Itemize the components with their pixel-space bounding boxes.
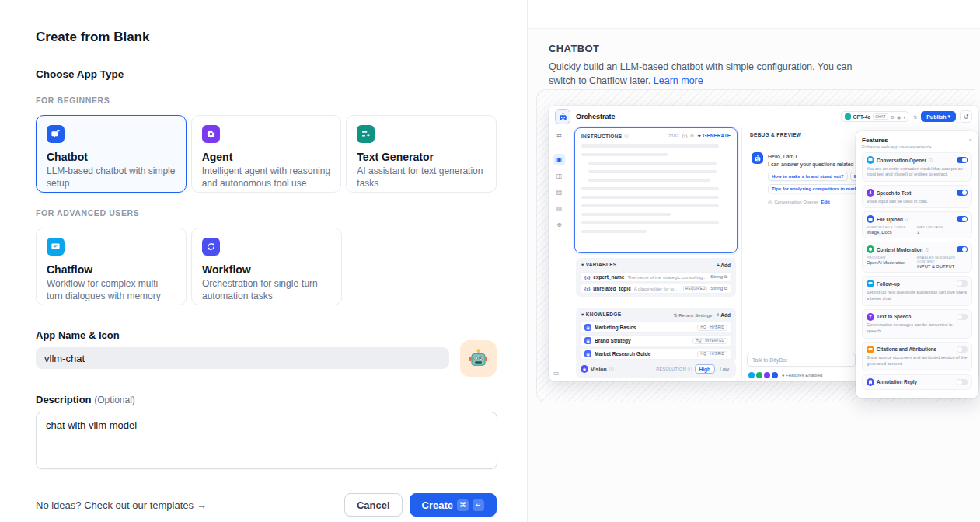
for-advanced-label: FOR ADVANCED USERS [36, 208, 497, 218]
mini-app-avatar-icon [555, 109, 570, 124]
variable-row: {x} unrelated_topic A placeholder for to… [580, 284, 732, 294]
feature-toggle [957, 157, 968, 163]
description-label-text: Description [36, 394, 92, 405]
skeleton-line [581, 153, 668, 156]
debug-chat-input: Talk to DifyBot [747, 353, 856, 367]
feature-toggle [957, 246, 968, 252]
feature-name: Speech to Text [877, 190, 911, 196]
skeleton-line [588, 162, 717, 165]
knowledge-add-button: + Add [717, 312, 731, 318]
feature-toggle [957, 190, 968, 196]
variable-type: String ⧉ [710, 274, 727, 280]
publish-chevron-icon: ▾ [947, 113, 950, 120]
feature-toggle [957, 280, 968, 287]
variable-braces-icon: {x} [682, 134, 687, 138]
opener-icon: ◎ [768, 199, 772, 204]
app-type-title: Workflow [202, 263, 331, 276]
knowledge-name: Brand Strategy [595, 338, 631, 343]
feature-card-follow-up: Follow-up Setting up next questions sugg… [862, 276, 972, 305]
variable-row: {x} expert_name The name of the strategi… [580, 272, 732, 282]
cancel-button[interactable]: Cancel [344, 493, 403, 517]
app-type-card-agent[interactable]: Agent Intelligent agent with reasoning a… [191, 115, 342, 193]
app-icon-picker[interactable] [460, 340, 497, 377]
mini-knowledge-section: ▾ KNOWLEDGE ⇅ Rerank Settings + Add ▣ Ma… [576, 308, 736, 363]
app-type-card-text-generator[interactable]: Text Generator AI assistant for text gen… [346, 115, 497, 193]
rerank-settings: ⇅ Rerank Settings [674, 312, 712, 318]
skeleton-line [581, 187, 719, 190]
knowledge-row: ▣ Brand Strategy HQ · INVERTED [580, 335, 732, 346]
features-enabled-row: 4 Features Enabled [748, 372, 822, 378]
rail-notes-icon: ▥ [553, 203, 565, 214]
mini-variables-section: ▾ VARIABLES + Add {x} expert_name The na… [576, 258, 736, 297]
learn-more-link[interactable]: Learn more [654, 75, 703, 86]
for-beginners-label: FOR BEGINNERS [36, 96, 497, 105]
enter-keycap-icon: ↵ [473, 499, 484, 511]
model-tag: CHAT [873, 113, 888, 120]
dialog-footer: No ideas? Check out our templates → Canc… [36, 493, 497, 517]
knowledge-label: ▾ KNOWLEDGE [581, 311, 621, 318]
feature-toggle [957, 216, 968, 222]
feature-name: Citations and Attributions [877, 346, 936, 352]
app-type-preview-pane: CHATBOT Quickly build an LLM-based chatb… [528, 0, 980, 522]
app-type-card-chatflow[interactable]: Chatflow Workflow for complex multi-turn… [36, 228, 187, 305]
mini-header-right: GPT-4o CHAT ⚙ ◉ ▾ ⇅ Publish ▾ ↺ [841, 110, 973, 123]
model-name: GPT-4o [853, 114, 871, 120]
publish-label: Publish [926, 114, 946, 120]
vision-icon: ◉ [581, 365, 588, 373]
app-type-card-chatbot[interactable]: Chatbot LLM-based chatbot with simple se… [36, 115, 187, 193]
chat-input-placeholder: Talk to DifyBot [752, 357, 787, 363]
chatbot-icon [47, 125, 65, 143]
feature-card-content-moderation: Content Moderation ⓘ PROVIDER OpenAI Mod… [862, 242, 972, 273]
rail-globe-icon: ⊕ [553, 219, 565, 231]
create-button[interactable]: Create ⌘ ↵ [410, 493, 497, 517]
skeleton-line [581, 230, 647, 233]
instructions-label: INSTRUCTIONS [581, 134, 622, 139]
app-name-input[interactable] [36, 347, 449, 369]
templates-link[interactable]: No ideas? Check out our templates → [36, 499, 207, 511]
app-type-card-workflow[interactable]: Workflow Orchestration for single-turn a… [191, 228, 342, 305]
variable-type: String ⧉ [710, 286, 727, 291]
create-app-modal: Create from Blank Choose App Type FOR BE… [0, 0, 980, 522]
model-vision-icon: ◉ [897, 114, 901, 120]
skeleton-line [581, 144, 719, 148]
meta-value: 3 [917, 230, 968, 235]
text-generator-icon [357, 125, 375, 143]
workflow-icon [202, 238, 220, 256]
feature-dot-icon [764, 372, 770, 378]
mini-title: Orchestrate [576, 113, 616, 120]
conversation-opener-icon [867, 156, 874, 164]
meta-value: OpenAI Moderation [867, 260, 917, 265]
variable-desc: The name of the strategic consulting... [627, 275, 707, 280]
variable-name: unrelated_topic [593, 286, 630, 291]
feature-card-text-to-speech: Text to Speech Conversation messages can… [862, 309, 972, 339]
feature-card-speech-to-text: Speech to Text Voice input can be used i… [862, 185, 972, 208]
description-textarea[interactable]: chat with vllm model [36, 412, 497, 469]
app-name-label: App Name & Icon [36, 329, 497, 341]
feature-card-citations: Citations and Attributions Show source d… [862, 342, 972, 371]
app-name-row [36, 347, 497, 377]
feature-card-conversation-opener: Conversation Opener ⓘ You are an entity … [862, 152, 972, 182]
knowledge-tag: HQ · HYBRID [697, 351, 727, 357]
app-type-desc: Orchestration for single-turn automation… [202, 278, 331, 303]
feature-name: Conversation Opener [877, 158, 926, 163]
resolution-low-button: Low [717, 365, 731, 373]
feature-toggle [957, 379, 968, 385]
app-type-title: Text Generator [357, 151, 486, 163]
follow-up-icon [867, 280, 874, 287]
skeleton-line [581, 221, 719, 224]
opener-edit-link: Edit [821, 200, 829, 204]
variable-name: expert_name [593, 274, 624, 280]
meta-label: ENABLED MODERATE CONTENT [917, 256, 968, 263]
feature-name: File Upload [877, 217, 903, 222]
vision-label: Vision [591, 367, 607, 372]
model-settings-icon: ⚙ [891, 114, 895, 120]
description-label: Description (Optional) [36, 394, 497, 405]
variable-desc: A placeholder for topics... [634, 287, 680, 291]
preview-description: Quickly build an LLM-based chatbot with … [549, 60, 860, 88]
feature-toggle [957, 346, 968, 353]
feature-name: Annotation Reply [877, 379, 917, 385]
rail-monitor-icon: ▣ [553, 154, 565, 165]
variable-icon: {x} [584, 287, 590, 291]
info-icon: ⓘ [925, 247, 929, 252]
app-type-title: Chatflow [47, 263, 176, 276]
